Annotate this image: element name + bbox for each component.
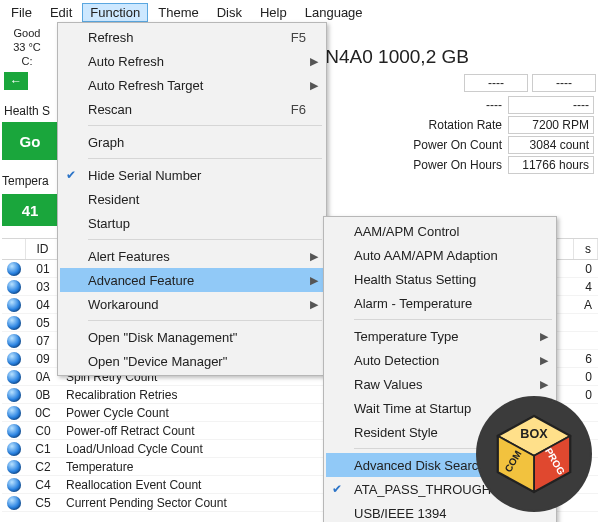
chevron-right-icon: ▶ xyxy=(540,330,548,343)
menu-item-shortcut: F6 xyxy=(251,102,306,117)
smart-trailing: A xyxy=(574,298,598,312)
chevron-right-icon: ▶ xyxy=(310,55,318,68)
menu-item-open-disk-management[interactable]: Open "Disk Management" xyxy=(60,325,324,349)
status-ball-icon xyxy=(7,496,21,510)
menu-item-auto-aam-apm-adaption[interactable]: Auto AAM/APM Adaption xyxy=(326,243,554,267)
menu-item-auto-refresh[interactable]: Auto Refresh▶ xyxy=(60,49,324,73)
menu-item-alert-features[interactable]: Alert Features▶ xyxy=(60,244,324,268)
menubar-item-function[interactable]: Function xyxy=(82,3,148,22)
smart-id: 03 xyxy=(26,280,60,294)
menu-item-open-device-manager[interactable]: Open "Device Manager" xyxy=(60,349,324,373)
menu-item-auto-detection[interactable]: Auto Detection▶ xyxy=(326,348,554,372)
menubar-item-theme[interactable]: Theme xyxy=(150,3,206,22)
disk-title: /N4A0 1000,2 GB xyxy=(320,46,469,68)
menu-item-graph[interactable]: Graph xyxy=(60,130,324,154)
menu-separator xyxy=(88,239,322,240)
smart-id: 07 xyxy=(26,334,60,348)
smart-id: 0A xyxy=(26,370,60,384)
chevron-right-icon: ▶ xyxy=(540,354,548,367)
menu-item-label: Alarm - Temperature xyxy=(354,296,472,311)
menu-item-label: Resident xyxy=(88,192,139,207)
prop-label: Power On Hours xyxy=(409,156,506,174)
menu-item-label: Open "Device Manager" xyxy=(88,354,227,369)
smart-id: 0C xyxy=(26,406,60,420)
menu-item-rescan[interactable]: RescanF6 xyxy=(60,97,324,121)
menu-item-resident[interactable]: Resident xyxy=(60,187,324,211)
check-icon: ✔ xyxy=(332,482,342,496)
menu-separator xyxy=(88,320,322,321)
health-status-value: Go xyxy=(2,122,58,160)
status-ball-icon xyxy=(7,424,21,438)
chevron-right-icon: ▶ xyxy=(540,378,548,391)
menu-item-label: Auto Detection xyxy=(354,353,439,368)
drive-tile-letter: C: xyxy=(4,54,50,68)
check-icon: ✔ xyxy=(66,168,76,182)
menu-separator xyxy=(88,158,322,159)
status-ball-icon xyxy=(7,316,21,330)
smart-id: 05 xyxy=(26,316,60,330)
menu-item-temperature-type[interactable]: Temperature Type▶ xyxy=(326,324,554,348)
smart-trailing: 0 xyxy=(574,388,598,402)
status-ball-icon xyxy=(7,406,21,420)
menu-item-label: Temperature Type xyxy=(354,329,459,344)
menu-item-aam-apm-control[interactable]: AAM/APM Control xyxy=(326,219,554,243)
smart-id: 09 xyxy=(26,352,60,366)
logo-text-top: BOX xyxy=(520,427,548,441)
menubar-item-language[interactable]: Language xyxy=(297,3,371,22)
menu-item-label: Auto Refresh xyxy=(88,54,164,69)
menu-item-label: Rescan xyxy=(88,102,132,117)
menu-item-alarm-temperature[interactable]: Alarm - Temperature xyxy=(326,291,554,315)
menu-item-auto-refresh-target[interactable]: Auto Refresh Target▶ xyxy=(60,73,324,97)
smart-id: C0 xyxy=(26,424,60,438)
prop-top-value: ---- xyxy=(464,74,528,92)
smart-id: C2 xyxy=(26,460,60,474)
function-menu[interactable]: RefreshF5Auto Refresh▶Auto Refresh Targe… xyxy=(57,22,327,376)
prop-top-value: ---- xyxy=(532,74,596,92)
menu-item-label: Resident Style xyxy=(354,425,438,440)
menu-item-raw-values[interactable]: Raw Values▶ xyxy=(326,372,554,396)
drive-tile[interactable]: Good 33 °C C: xyxy=(0,24,54,70)
menu-item-label: Refresh xyxy=(88,30,134,45)
status-ball-icon xyxy=(7,280,21,294)
menubar-item-file[interactable]: File xyxy=(3,3,40,22)
menu-item-startup[interactable]: Startup xyxy=(60,211,324,235)
status-ball-icon xyxy=(7,370,21,384)
smart-id: 04 xyxy=(26,298,60,312)
drive-tile-temp: 33 °C xyxy=(4,40,50,54)
menu-item-shortcut: F5 xyxy=(251,30,306,45)
prev-disk-button[interactable]: ← xyxy=(4,72,28,90)
smart-id: 01 xyxy=(26,262,60,276)
menu-item-workaround[interactable]: Workaround▶ xyxy=(60,292,324,316)
smart-trailing: 0 xyxy=(574,262,598,276)
status-ball-icon xyxy=(7,442,21,456)
menu-item-label: Auto Refresh Target xyxy=(88,78,203,93)
prop-value: 11766 hours xyxy=(508,156,594,174)
menu-item-health-status-setting[interactable]: Health Status Setting xyxy=(326,267,554,291)
prop-label: Power On Count xyxy=(409,136,506,154)
menu-item-advanced-feature[interactable]: Advanced Feature▶ xyxy=(60,268,324,292)
menu-item-label: AAM/APM Control xyxy=(354,224,459,239)
menu-item-hide-serial-number[interactable]: ✔Hide Serial Number xyxy=(60,163,324,187)
status-ball-icon xyxy=(7,334,21,348)
prop-value: 7200 RPM xyxy=(508,116,594,134)
prop-label: Rotation Rate xyxy=(409,116,506,134)
smart-trailing: 6 xyxy=(574,352,598,366)
menu-item-refresh[interactable]: RefreshF5 xyxy=(60,25,324,49)
boxprog-logo: BOX PROG COM xyxy=(478,398,590,510)
drive-tile-status: Good xyxy=(4,26,50,40)
menubar-item-help[interactable]: Help xyxy=(252,3,295,22)
menu-separator xyxy=(354,319,552,320)
menubar-item-disk[interactable]: Disk xyxy=(209,3,250,22)
chevron-right-icon: ▶ xyxy=(310,250,318,263)
menu-item-label: Workaround xyxy=(88,297,159,312)
status-ball-icon xyxy=(7,478,21,492)
status-ball-icon xyxy=(7,460,21,474)
smart-header-end: s xyxy=(574,239,598,259)
status-ball-icon xyxy=(7,352,21,366)
disk-properties: --------Rotation Rate7200 RPMPower On Co… xyxy=(407,94,596,176)
menu-item-label: Open "Disk Management" xyxy=(88,330,237,345)
menu-item-label: Startup xyxy=(88,216,130,231)
menubar-item-edit[interactable]: Edit xyxy=(42,3,80,22)
menu-item-label: Raw Values xyxy=(354,377,422,392)
menu-item-label: ATA_PASS_THROUGH xyxy=(354,482,491,497)
